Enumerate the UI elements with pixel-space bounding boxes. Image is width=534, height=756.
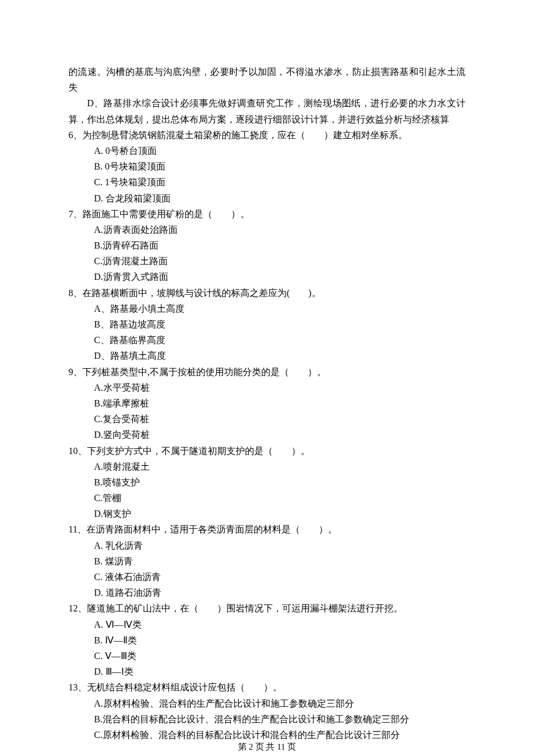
- question-7-option-c: C.沥青混凝土路面: [68, 253, 466, 269]
- question-8-option-b: B、路基边坡高度: [68, 316, 466, 332]
- question-10-option-d: D.钢支护: [68, 506, 466, 521]
- question-13-option-b: B.混合料的目标配合比设计、混合料的生产配合比设计和施工参数确定三部分: [68, 711, 466, 727]
- question-10-stem: 10、下列支护方式中，不属于隧道初期支护的是（ ）。: [68, 443, 466, 459]
- option-d-continuation: D、路基排水综合设计必须事先做好调查研究工作，测绘现场图纸，进行必要的水力水文计…: [68, 95, 466, 127]
- question-8-option-a: A、路基最小填土高度: [68, 301, 466, 316]
- question-11-option-b: B. 煤沥青: [68, 553, 466, 569]
- question-9-stem: 9、下列桩基类型中,不属于按桩的使用功能分类的是（ ）。: [68, 364, 466, 380]
- question-10-option-a: A.喷射混凝土: [68, 459, 466, 474]
- question-11-option-c: C. 液体石油沥青: [68, 569, 466, 585]
- question-7-stem: 7、路面施工中需要使用矿粉的是（ ）。: [68, 206, 466, 222]
- question-8-stem: 8、在路基横断面中，坡脚线与设计线的标高之差应为( )。: [68, 285, 466, 301]
- question-12-option-a: A. Ⅵ—Ⅳ类: [68, 617, 466, 632]
- continuation-text: 的流速。沟槽的基底与沟底沟壁，必要时予以加固，不得溢水渗水，防止损害路基和引起水…: [68, 64, 466, 95]
- question-6-stem: 6、为控制悬臂浇筑钢筋混凝土箱梁桥的施工挠度，应在（ ）建立相对坐标系。: [68, 127, 466, 143]
- question-12-option-c: C. Ⅴ—Ⅲ类: [68, 648, 466, 664]
- question-9-option-a: A.水平受荷桩: [68, 380, 466, 395]
- question-13-option-a: A.原材料检验、混合料的生产配合比设计和施工参数确定三部分: [68, 696, 466, 711]
- question-6-option-c: C. 1号块箱梁顶面: [68, 174, 466, 190]
- question-12-option-d: D. Ⅲ—Ⅰ类: [68, 664, 466, 679]
- question-8-option-d: D、路基填土高度: [68, 348, 466, 363]
- question-6-option-a: A. 0号桥台顶面: [68, 143, 466, 159]
- document-page: 的流速。沟槽的基底与沟底沟壁，必要时予以加固，不得溢水渗水，防止损害路基和引起水…: [0, 0, 534, 756]
- question-11-option-a: A. 乳化沥青: [68, 538, 466, 553]
- question-11-stem: 11、在沥青路面材料中，适用于各类沥青面层的材料是（ ）。: [68, 521, 466, 537]
- question-9-option-c: C.复合受荷桩: [68, 411, 466, 427]
- question-12-stem: 12、隧道施工的矿山法中，在（ ）围岩情况下，可运用漏斗棚架法进行开挖。: [68, 600, 466, 616]
- question-7-option-b: B.沥青碎石路面: [68, 237, 466, 253]
- question-13-stem: 13、无机结合料稳定材料组成设计应包括（ ）。: [68, 679, 466, 695]
- question-10-option-b: B.喷锚支护: [68, 474, 466, 490]
- question-11-option-d: D. 道路石油沥青: [68, 585, 466, 600]
- question-9-option-b: B.端承摩擦桩: [68, 395, 466, 411]
- question-12-option-b: B. Ⅳ—Ⅱ类: [68, 632, 466, 648]
- question-7-option-d: D.沥青贯入式路面: [68, 269, 466, 285]
- question-9-option-d: D.竖向受荷桩: [68, 427, 466, 442]
- question-6-option-d: D. 合龙段箱梁顶面: [68, 190, 466, 206]
- page-footer: 第 2 页 共 11 页: [0, 740, 534, 755]
- question-8-option-c: C、路基临界高度: [68, 332, 466, 348]
- question-10-option-c: C.管棚: [68, 490, 466, 506]
- question-7-option-a: A.沥青表面处治路面: [68, 222, 466, 237]
- question-6-option-b: B. 0号块箱梁顶面: [68, 159, 466, 174]
